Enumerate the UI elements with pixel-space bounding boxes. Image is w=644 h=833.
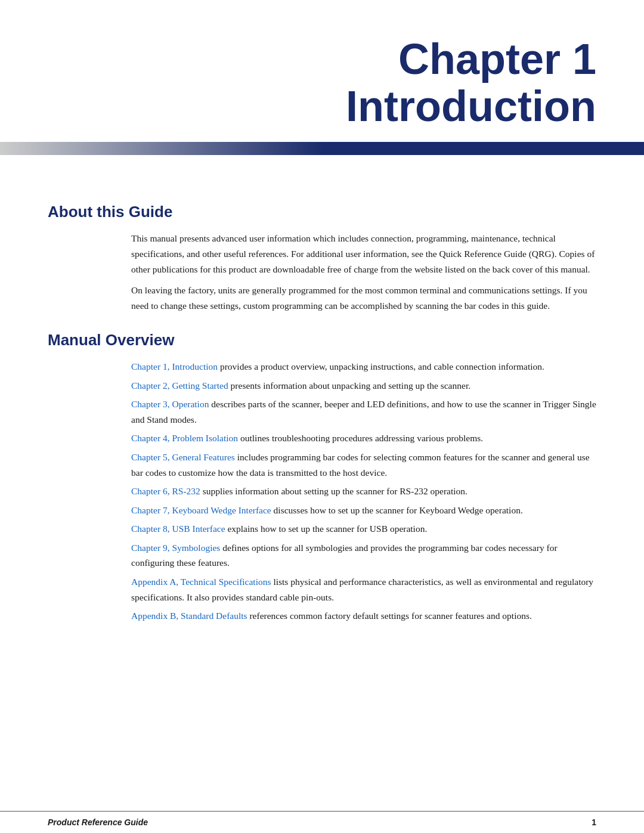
overview-item-4: Chapter 4, Problem Isolation outlines tr… [131,431,596,446]
overview-heading: Manual Overview [48,331,596,349]
overview-item-9: Chapter 9, Symbologies defines options f… [131,540,596,571]
overview-item-11: Appendix B, Standard Defaults references… [131,608,596,624]
overview-link-10[interactable]: Appendix A, Technical Specifications [131,577,271,587]
overview-link-8[interactable]: Chapter 8, USB Interface [131,524,225,534]
overview-item-2: Chapter 2, Getting Started presents info… [131,378,596,394]
overview-link-9[interactable]: Chapter 9, Symbologies [131,543,220,553]
gradient-bar [0,142,644,155]
overview-text-4: outlines troubleshooting procedures addr… [238,433,483,443]
footer: Product Reference Guide 1 [0,811,644,833]
chapter-number: Chapter 1 [48,36,596,83]
overview-item-5: Chapter 5, General Features includes pro… [131,450,596,480]
overview-link-2[interactable]: Chapter 2, Getting Started [131,380,228,391]
footer-left: Product Reference Guide [48,817,148,827]
overview-item-1: Chapter 1, Introduction provides a produ… [131,359,596,374]
overview-item-8: Chapter 8, USB Interface explains how to… [131,521,596,537]
overview-item-3: Chapter 3, Operation describes parts of … [131,397,596,427]
chapter-title: Introduction [48,83,596,130]
overview-link-4[interactable]: Chapter 4, Problem Isolation [131,433,238,443]
overview-link-3[interactable]: Chapter 3, Operation [131,399,209,409]
overview-text-7: discusses how to set up the scanner for … [271,505,523,515]
overview-link-5[interactable]: Chapter 5, General Features [131,452,235,462]
overview-item-7: Chapter 7, Keyboard Wedge Interface disc… [131,503,596,518]
overview-link-1[interactable]: Chapter 1, Introduction [131,361,218,371]
overview-link-11[interactable]: Appendix B, Standard Defaults [131,611,247,621]
overview-list: Chapter 1, Introduction provides a produ… [48,359,596,623]
overview-link-6[interactable]: Chapter 6, RS-232 [131,486,200,496]
overview-text-1: provides a product overview, unpacking i… [218,361,544,371]
about-paragraph-1: This manual presents advanced user infor… [131,231,596,277]
about-heading: About this Guide [48,203,596,221]
overview-text-2: presents information about unpacking and… [228,380,470,391]
overview-text-6: supplies information about setting up th… [200,486,467,496]
overview-text-11: references common factory default settin… [247,611,532,621]
chapter-header: Chapter 1 Introduction [0,0,644,130]
footer-right: 1 [592,817,596,827]
overview-item-10: Appendix A, Technical Specifications lis… [131,574,596,605]
overview-item-6: Chapter 6, RS-232 supplies information a… [131,484,596,499]
overview-link-7[interactable]: Chapter 7, Keyboard Wedge Interface [131,505,271,515]
page: Chapter 1 Introduction About this Guide … [0,0,644,833]
overview-text-8: explains how to set up the scanner for U… [225,524,428,534]
about-paragraph-2: On leaving the factory, units are genera… [131,283,596,313]
main-content: About this Guide This manual presents ad… [0,179,644,674]
